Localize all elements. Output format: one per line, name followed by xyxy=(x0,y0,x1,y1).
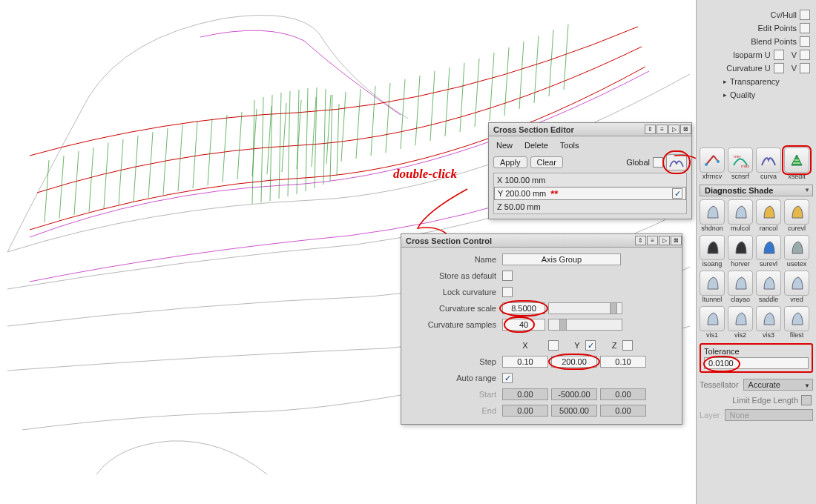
mulcol-tool[interactable] xyxy=(728,199,753,225)
apply-button[interactable]: Apply xyxy=(493,156,527,168)
right-icon[interactable]: ▷ xyxy=(659,236,670,245)
auto-range-label: Auto range xyxy=(406,374,502,382)
usetex-label: usetex xyxy=(784,260,809,268)
scnsrf-tool[interactable]: minmax xyxy=(728,147,753,173)
horver-tool[interactable] xyxy=(728,235,753,260)
curva-tool[interactable] xyxy=(756,147,781,173)
store-default-label: Store as default xyxy=(406,271,502,280)
z-label: Z xyxy=(606,341,622,350)
svg-text:min: min xyxy=(734,154,741,159)
diagnostic-shade-header[interactable]: Diagnostic Shade ▼ xyxy=(700,185,813,196)
limit-edge-label: Limit Edge Length xyxy=(732,396,798,405)
start-y-field: -5000.00 xyxy=(551,388,597,400)
curvature-u-label: Curvature U xyxy=(726,64,770,73)
menu-delete[interactable]: Delete xyxy=(524,141,548,150)
curvature-scale-field[interactable]: 8.5000 xyxy=(502,302,545,314)
lock-curvature-check[interactable] xyxy=(502,287,513,297)
ltunnel-tool[interactable] xyxy=(700,271,725,296)
section-row-y[interactable]: Y 200.00 mm ** xyxy=(494,187,686,200)
auto-range-check[interactable] xyxy=(502,373,513,383)
curva-tool-label: curva xyxy=(756,173,781,180)
x-label: X xyxy=(502,341,548,350)
blend-points-check[interactable] xyxy=(800,36,810,47)
tessellator-label: Tessellator xyxy=(700,380,739,389)
y-check[interactable] xyxy=(585,340,596,351)
global-label: Global xyxy=(626,158,650,167)
curevl-tool[interactable] xyxy=(784,199,809,225)
section-row-z-label: Z 50.00 mm xyxy=(497,202,541,211)
close-icon[interactable]: ⊠ xyxy=(671,236,682,245)
tessellator-select[interactable]: Accurate ▼ xyxy=(743,379,813,391)
right-icon[interactable]: ▷ xyxy=(668,125,680,134)
surevl-tool[interactable] xyxy=(756,235,781,260)
vred-tool[interactable] xyxy=(784,271,809,296)
section-row-x[interactable]: X 100.00 mm xyxy=(494,173,686,187)
rancol-tool[interactable] xyxy=(756,199,781,225)
vis3-label: vis3 xyxy=(756,331,781,339)
tolerance-group: Tolerance 0.0100 xyxy=(700,343,813,373)
curvature-v-check[interactable] xyxy=(800,63,810,73)
limit-edge-check[interactable] xyxy=(801,395,812,405)
edit-points-check[interactable] xyxy=(800,23,810,33)
isoparm-u-label: Isoparm U xyxy=(733,50,771,59)
arrow-right-icon[interactable]: ▸ xyxy=(723,91,727,99)
editor-title: Cross Section Editor xyxy=(493,125,644,134)
vis2-tool[interactable] xyxy=(728,306,753,331)
global-scope-icon[interactable] xyxy=(666,154,687,170)
section-row-y-check[interactable] xyxy=(672,188,682,199)
xsedit-tool[interactable] xyxy=(784,147,809,173)
svg-point-0 xyxy=(705,163,708,166)
curvature-u-check[interactable] xyxy=(774,63,784,73)
global-check[interactable] xyxy=(653,157,663,168)
clear-button[interactable]: Clear xyxy=(530,156,563,168)
tolerance-value: 0.0100 xyxy=(708,359,734,368)
annotation-double-click: double-click xyxy=(393,167,457,182)
filest-tool[interactable] xyxy=(784,306,809,331)
usetex-tool[interactable] xyxy=(784,235,809,260)
isoparm-v-check[interactable] xyxy=(800,50,810,60)
vis1-tool[interactable] xyxy=(700,306,725,331)
cv-hull-check[interactable] xyxy=(800,10,810,20)
step-y-field[interactable]: 200.00 xyxy=(551,356,597,368)
name-label: Name xyxy=(406,255,502,264)
tolerance-field[interactable]: 0.0100 xyxy=(704,357,809,369)
collapse-icon[interactable]: ⇕ xyxy=(645,125,656,134)
name-field[interactable]: Axis Group xyxy=(502,253,621,265)
menu-icon[interactable]: ≡ xyxy=(657,125,668,134)
surevl-label: surevl xyxy=(756,260,781,268)
curvature-samples-slider[interactable] xyxy=(548,319,622,331)
curvature-scale-slider[interactable] xyxy=(548,302,622,314)
arrow-right-icon[interactable]: ▸ xyxy=(723,78,727,85)
curvature-scale-label: Curvature scale xyxy=(406,304,502,313)
curevl-label: curevl xyxy=(784,225,809,232)
curvature-samples-field[interactable]: 40 xyxy=(502,319,545,331)
xfrmcv-tool[interactable] xyxy=(700,147,725,173)
section-row-z[interactable]: Z 50.00 mm xyxy=(494,200,686,213)
collapse-icon[interactable]: ⇕ xyxy=(635,236,646,245)
step-z-field[interactable]: 0.10 xyxy=(600,356,646,368)
y-label: Y xyxy=(569,341,585,350)
step-x-field[interactable]: 0.10 xyxy=(502,356,548,368)
quality-label[interactable]: Quality xyxy=(730,90,755,99)
transparency-label[interactable]: Transparency xyxy=(730,77,780,86)
close-icon[interactable]: ⊠ xyxy=(680,125,691,134)
diagnostic-shade-label: Diagnostic Shade xyxy=(705,185,773,196)
menu-tools[interactable]: Tools xyxy=(560,141,579,150)
rancol-label: rancol xyxy=(756,225,781,232)
saddle-tool[interactable] xyxy=(756,271,781,296)
isoparm-u-check[interactable] xyxy=(774,50,784,60)
cross-section-editor-panel: Cross Section Editor ⇕ ≡ ▷ ⊠ New Delete … xyxy=(488,122,692,219)
shdnon-tool[interactable] xyxy=(700,199,725,225)
vis3-tool[interactable] xyxy=(756,306,781,331)
z-check[interactable] xyxy=(622,340,633,351)
saddle-label: saddle xyxy=(756,296,781,303)
vis2-label: vis2 xyxy=(728,331,753,339)
clayao-tool[interactable] xyxy=(728,271,753,296)
vred-label: vred xyxy=(784,296,809,303)
isoang-tool[interactable] xyxy=(700,235,725,260)
x-check[interactable] xyxy=(548,340,559,351)
curvature-samples-label: Curvature samples xyxy=(406,320,502,329)
store-default-check[interactable] xyxy=(502,271,513,281)
menu-icon[interactable]: ≡ xyxy=(647,236,658,245)
menu-new[interactable]: New xyxy=(496,141,513,150)
